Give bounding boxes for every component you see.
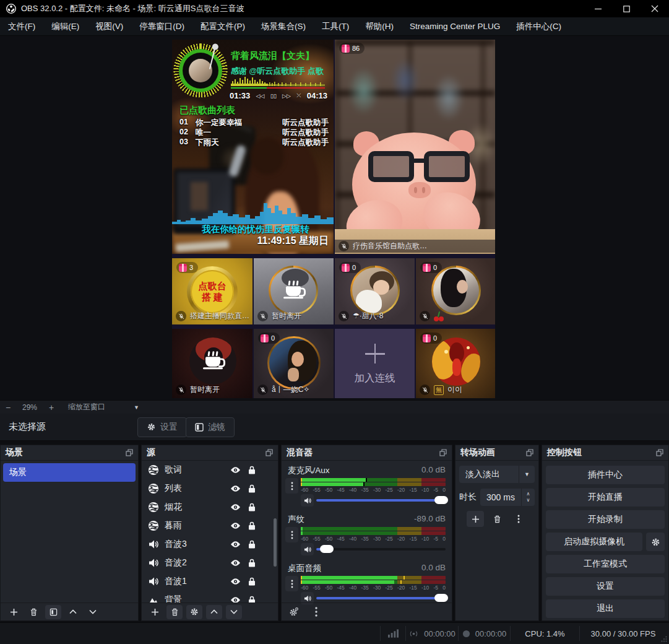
menu-view[interactable]: 视图(V)	[87, 17, 131, 36]
source-item-烟花[interactable]: 烟花	[142, 498, 278, 516]
scene-down-button[interactable]	[85, 605, 101, 619]
resize-grip[interactable]	[661, 636, 667, 642]
menu-profile[interactable]: 配置文件(P)	[192, 17, 253, 36]
source-item-音波2[interactable]: 音波2	[142, 554, 278, 572]
start-streaming-button[interactable]: 开始直播	[546, 488, 665, 507]
menu-help[interactable]: 帮助(H)	[357, 17, 402, 36]
visibility-icon[interactable]	[230, 559, 241, 567]
zoom-toolbar: − 29% + 缩放至窗口 ▼	[0, 400, 669, 414]
tile-away-2[interactable]: 暂时离开	[172, 329, 252, 398]
channel-mute-button[interactable]	[301, 543, 314, 555]
add-scene-button[interactable]	[6, 605, 22, 619]
add-transition-button[interactable]	[467, 511, 484, 527]
visibility-icon[interactable]	[230, 596, 241, 603]
preview-canvas[interactable]: 背着风流泪【文夫】 感谢 @听云点歌助手 点歌 01:33 ◁◁ ▯▯ ▷▷ ⤫…	[172, 40, 495, 398]
mixer-menu-button[interactable]	[315, 607, 317, 617]
source-settings-button[interactable]: 设置	[137, 417, 187, 437]
lock-icon[interactable]	[248, 466, 256, 474]
plugin-center-button[interactable]: 插件中心	[546, 466, 665, 484]
visibility-icon[interactable]	[230, 503, 241, 511]
menu-scene-collection[interactable]: 场景集合(S)	[253, 17, 314, 36]
visibility-icon[interactable]	[230, 578, 241, 585]
source-scrollbar[interactable]	[274, 518, 277, 567]
source-up-button[interactable]	[206, 605, 222, 619]
visibility-icon[interactable]	[230, 541, 241, 548]
lyric-spectrum-skyline	[172, 196, 334, 224]
zoom-out-button[interactable]: −	[0, 402, 16, 412]
menu-tools[interactable]: 工具(T)	[314, 17, 357, 36]
minimize-button[interactable]	[584, 0, 612, 17]
volume-slider[interactable]	[316, 548, 446, 550]
dock-float-icon[interactable]	[526, 449, 533, 456]
scene-filters-button[interactable]	[45, 605, 61, 619]
channel-menu-button[interactable]	[285, 478, 298, 494]
visibility-icon[interactable]	[230, 466, 241, 474]
source-item-音波3[interactable]: 音波3	[142, 535, 278, 554]
transition-menu-button[interactable]	[510, 511, 527, 527]
settings-button[interactable]: 设置	[546, 577, 665, 596]
tile-guest-1[interactable]: 0 ☂·甜八·8	[335, 258, 415, 324]
visibility-icon[interactable]	[230, 485, 241, 492]
record-time: 00:00:00	[475, 629, 507, 638]
lock-icon[interactable]	[248, 596, 256, 603]
channel-mute-button[interactable]	[301, 494, 314, 507]
lock-icon[interactable]	[248, 540, 256, 549]
source-item-暮雨[interactable]: 暮雨	[142, 516, 278, 535]
dock-float-icon[interactable]	[265, 449, 273, 456]
maximize-button[interactable]	[612, 0, 641, 17]
advanced-audio-button[interactable]	[289, 607, 299, 617]
source-item-背景[interactable]: 背景	[142, 591, 278, 603]
studio-mode-button[interactable]: 工作室模式	[546, 555, 665, 573]
start-virtual-camera-button[interactable]: 启动虚拟摄像机	[546, 533, 642, 551]
remove-transition-button[interactable]	[488, 511, 506, 527]
lock-icon[interactable]	[248, 577, 256, 586]
zoom-in-button[interactable]: +	[43, 402, 59, 412]
audio-spectrum	[231, 77, 325, 86]
virtual-camera-settings-button[interactable]	[646, 533, 665, 551]
visibility-icon[interactable]	[230, 522, 241, 529]
source-properties-button[interactable]	[186, 605, 202, 619]
menu-plugin-center[interactable]: 插件中心(C)	[508, 17, 569, 36]
lock-icon[interactable]	[248, 559, 256, 567]
source-item-音波1[interactable]: 音波1	[142, 572, 278, 591]
tile-avatar	[431, 266, 481, 315]
remove-source-button[interactable]	[166, 605, 183, 619]
volume-slider[interactable]	[316, 499, 446, 502]
scene-up-button[interactable]	[65, 605, 81, 619]
source-item-歌词[interactable]: 歌词	[142, 461, 278, 479]
lock-icon[interactable]	[248, 503, 256, 511]
channel-menu-button[interactable]	[285, 576, 298, 591]
dock-float-icon[interactable]	[656, 449, 663, 456]
tile-away-1[interactable]: 暂时离开	[254, 258, 334, 324]
add-source-button[interactable]	[147, 605, 163, 619]
spin-down-icon[interactable]: ∨	[527, 497, 530, 503]
tile-guest-4[interactable]: 0 無이이	[416, 329, 495, 398]
menu-file[interactable]: 文件(F)	[0, 17, 43, 36]
duration-spinbox[interactable]: 300 ms ∧∨	[480, 489, 535, 506]
source-item-列表[interactable]: 列表	[142, 479, 278, 498]
close-button[interactable]	[641, 0, 669, 17]
channel-menu-button[interactable]	[285, 527, 298, 542]
menu-streaming-center[interactable]: Streaming Center PLUG	[402, 17, 508, 36]
dock-float-icon[interactable]	[126, 449, 133, 456]
source-down-button[interactable]	[226, 605, 242, 619]
scene-item-selected[interactable]: 场景	[3, 463, 136, 482]
tile-guest-2[interactable]: 0	[416, 258, 495, 324]
spin-up-icon[interactable]: ∧	[527, 491, 530, 497]
menu-edit[interactable]: 编辑(E)	[43, 17, 87, 36]
tile-diange-setup[interactable]: 点歌台搭 建 3 搭建主播同款直…	[172, 258, 252, 324]
tile-join[interactable]: 加入连线	[335, 329, 415, 398]
tile-guest-3[interactable]: 0 å丨—娆C✧	[254, 329, 334, 398]
transition-select[interactable]: 淡入淡出 ▼	[459, 466, 535, 483]
zoom-fit-label[interactable]: 缩放至窗口	[68, 402, 105, 412]
volume-slider[interactable]	[316, 597, 446, 599]
menu-docks[interactable]: 停靠窗口(D)	[131, 17, 192, 36]
lock-icon[interactable]	[248, 521, 256, 530]
lock-icon[interactable]	[248, 484, 256, 493]
start-recording-button[interactable]: 开始录制	[546, 510, 665, 529]
source-filters-button[interactable]: 滤镜	[186, 417, 235, 437]
zoom-fit-caret-icon[interactable]: ▼	[134, 404, 139, 411]
exit-button[interactable]: 退出	[546, 599, 665, 618]
dock-float-icon[interactable]	[439, 449, 447, 456]
remove-scene-button[interactable]	[25, 605, 41, 619]
